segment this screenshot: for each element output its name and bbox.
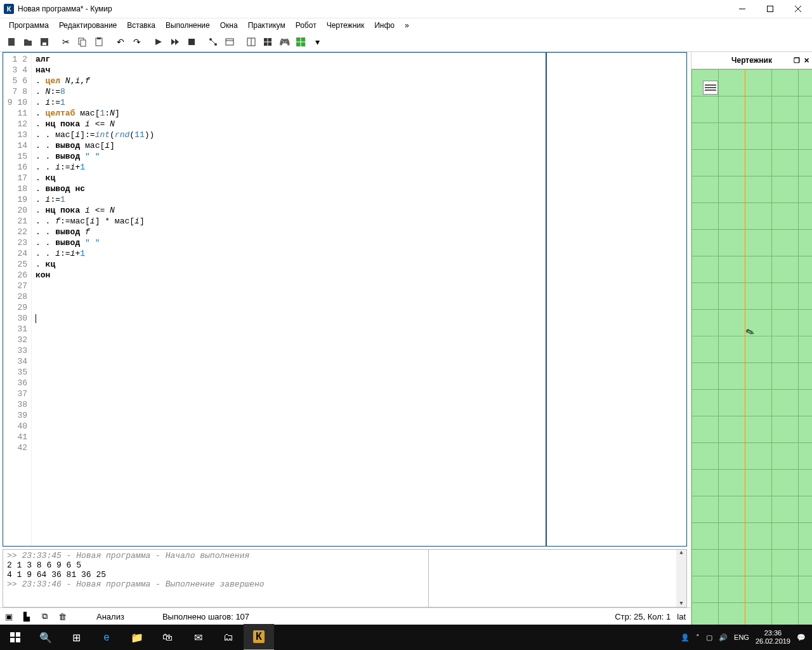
console-out-line: 2 1 3 8 6 9 6 5 bbox=[7, 560, 424, 570]
run-icon[interactable] bbox=[151, 34, 166, 50]
svg-marker-11 bbox=[155, 39, 162, 45]
status-copy-icon[interactable]: ⧉ bbox=[36, 608, 53, 625]
console-log-line: >> 23:33:46 - Новая программа - Выполнен… bbox=[7, 580, 424, 589]
explorer-icon[interactable]: 📁 bbox=[122, 625, 152, 650]
code-area[interactable]: алг нач . цел N,i,f . N:=8 . i:=1 . целт… bbox=[32, 53, 547, 546]
panel-close-icon[interactable]: ✕ bbox=[804, 56, 809, 65]
search-icon[interactable]: 🔍 bbox=[30, 625, 61, 650]
tray-battery-icon[interactable]: ▢ bbox=[706, 633, 712, 642]
menu-чертежник[interactable]: Чертежник bbox=[322, 20, 370, 31]
menubar: ПрограммаРедактированиеВставкаВыполнение… bbox=[0, 18, 812, 32]
taskview-icon[interactable]: ⊞ bbox=[61, 625, 91, 650]
tray-lang[interactable]: ENG bbox=[734, 633, 749, 641]
status-terminal-icon[interactable]: ▣ bbox=[0, 608, 18, 625]
menu-робот[interactable]: Робот bbox=[291, 20, 322, 31]
stop-icon[interactable] bbox=[184, 34, 199, 50]
output-console: >> 23:33:45 - Новая программа - Начало в… bbox=[3, 549, 687, 607]
status-steps: Выполнено шагов: 107 bbox=[162, 612, 249, 621]
game-icon[interactable]: 🎮 bbox=[277, 34, 292, 50]
menu-вставка[interactable]: Вставка bbox=[122, 20, 160, 31]
layout-icon[interactable] bbox=[206, 34, 221, 50]
toolbar: ✂ ↶ ↷ 🎮 ▾ bbox=[0, 32, 812, 52]
svg-rect-10 bbox=[97, 37, 101, 39]
grid-green-icon[interactable] bbox=[293, 34, 308, 50]
code-editor[interactable]: 1 2 3 4 5 6 7 8 9 10 11 12 13 14 15 16 1… bbox=[3, 52, 687, 547]
console-log-line: >> 23:33:45 - Новая программа - Начало в… bbox=[7, 551, 424, 560]
console-out-line: 4 1 9 64 36 81 36 25 bbox=[7, 570, 424, 580]
canvas-menu-icon[interactable] bbox=[703, 81, 718, 95]
open-file-icon[interactable] bbox=[20, 34, 36, 50]
taskbar-clock[interactable]: 23:36 26.02.2019 bbox=[756, 629, 790, 646]
console-right-pane bbox=[429, 550, 676, 607]
store-icon[interactable]: 🛍 bbox=[152, 625, 183, 650]
console-output[interactable]: >> 23:33:45 - Новая программа - Начало в… bbox=[3, 550, 429, 607]
svg-marker-13 bbox=[175, 39, 179, 45]
copy-icon[interactable] bbox=[75, 34, 90, 50]
kumir-task-icon[interactable]: К bbox=[244, 624, 274, 650]
app-icon[interactable]: 🗂 bbox=[213, 625, 244, 650]
grid1-icon[interactable] bbox=[244, 34, 259, 50]
grid2-icon[interactable] bbox=[260, 34, 275, 50]
close-button[interactable] bbox=[784, 0, 812, 18]
svg-rect-6 bbox=[43, 43, 46, 45]
pen-icon: ✎ bbox=[744, 325, 756, 339]
svg-rect-8 bbox=[81, 40, 86, 46]
menu-»[interactable]: » bbox=[400, 20, 414, 31]
draftsman-panel: Чертежник ❐ ✕ ✎ bbox=[691, 52, 812, 625]
tray-volume-icon[interactable]: 🔊 bbox=[719, 633, 728, 642]
axis-y bbox=[745, 69, 745, 625]
svg-rect-4 bbox=[8, 38, 15, 46]
status-lang: lat bbox=[677, 612, 686, 621]
svg-rect-31 bbox=[16, 638, 20, 642]
svg-rect-29 bbox=[16, 632, 20, 637]
panel-dock-icon[interactable]: ❐ bbox=[794, 56, 800, 65]
start-button[interactable] bbox=[0, 625, 30, 650]
editor-margin bbox=[547, 53, 686, 546]
menu-редактирование[interactable]: Редактирование bbox=[54, 20, 122, 31]
paste-icon[interactable] bbox=[91, 34, 107, 50]
taskbar: 🔍 ⊞ e 📁 🛍 ✉ 🗂 К 👤 ˄ ▢ 🔊 ENG 23:36 26.02.… bbox=[0, 625, 812, 650]
svg-rect-28 bbox=[10, 632, 15, 637]
edge-icon[interactable]: e bbox=[91, 625, 122, 650]
svg-rect-18 bbox=[226, 39, 233, 45]
step-icon[interactable] bbox=[167, 34, 183, 50]
menu-окна[interactable]: Окна bbox=[215, 20, 243, 31]
statusbar: ▣ ▙ ⧉ 🗑 Анализ Выполнено шагов: 107 Стр:… bbox=[0, 607, 691, 625]
menu-выполнение[interactable]: Выполнение bbox=[160, 20, 215, 31]
svg-rect-1 bbox=[768, 6, 773, 12]
menu-практикум[interactable]: Практикум bbox=[243, 20, 291, 31]
save-icon[interactable] bbox=[37, 34, 52, 50]
menu-программа[interactable]: Программа bbox=[4, 20, 54, 31]
tray-up-icon[interactable]: ˄ bbox=[696, 633, 700, 642]
status-analysis: Анализ bbox=[96, 612, 124, 621]
status-step-icon[interactable]: ▙ bbox=[18, 608, 36, 625]
maximize-button[interactable] bbox=[756, 0, 784, 18]
cut-icon[interactable]: ✂ bbox=[58, 34, 74, 50]
dropdown-icon[interactable]: ▾ bbox=[310, 34, 325, 50]
window-title: Новая программа* - Кумир bbox=[18, 4, 728, 13]
new-file-icon[interactable] bbox=[4, 34, 19, 50]
window-icon[interactable] bbox=[222, 34, 237, 50]
notifications-icon[interactable]: 💬 bbox=[797, 633, 806, 642]
tray-people-icon[interactable]: 👤 bbox=[681, 633, 690, 642]
titlebar: К Новая программа* - Кумир bbox=[0, 0, 812, 18]
svg-rect-30 bbox=[10, 638, 15, 642]
svg-line-17 bbox=[211, 39, 216, 44]
console-scrollbar[interactable]: ▲▼ bbox=[676, 550, 686, 607]
svg-rect-14 bbox=[188, 39, 195, 45]
status-trash-icon[interactable]: 🗑 bbox=[53, 608, 71, 625]
mail-icon[interactable]: ✉ bbox=[183, 625, 213, 650]
draftsman-canvas[interactable]: ✎ bbox=[691, 69, 812, 625]
minimize-button[interactable] bbox=[728, 0, 756, 18]
svg-marker-12 bbox=[171, 39, 175, 45]
line-gutter: 1 2 3 4 5 6 7 8 9 10 11 12 13 14 15 16 1… bbox=[3, 53, 32, 546]
app-icon: К bbox=[4, 4, 14, 14]
menu-инфо[interactable]: Инфо bbox=[369, 20, 400, 31]
redo-icon[interactable]: ↷ bbox=[129, 34, 145, 50]
undo-icon[interactable]: ↶ bbox=[113, 34, 128, 50]
status-cursor-pos: Стр: 25, Кол: 1 bbox=[615, 612, 671, 621]
draftsman-title: Чертежник bbox=[731, 56, 772, 65]
